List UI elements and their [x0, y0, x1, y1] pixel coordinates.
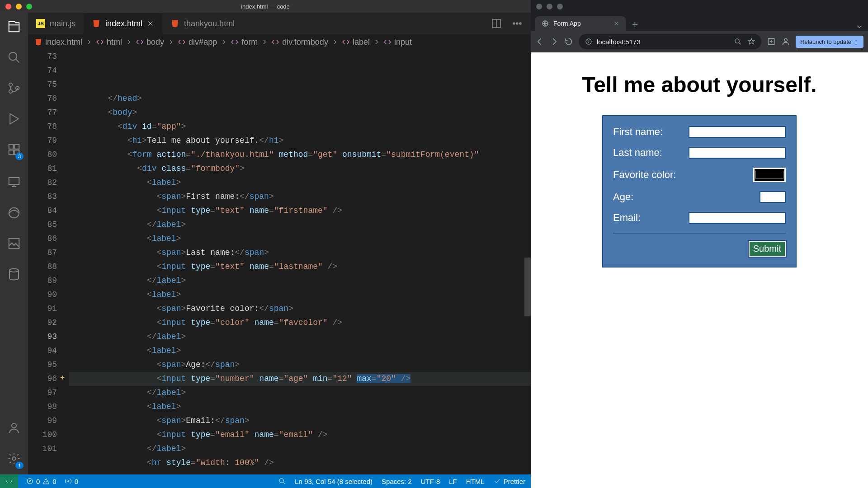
chevron-down-icon[interactable]	[855, 23, 863, 31]
close-window-button[interactable]	[536, 4, 542, 9]
breadcrumb-item[interactable]: div#app	[178, 38, 217, 47]
svg-rect-5	[14, 145, 19, 149]
js-file-icon: JS	[36, 19, 45, 28]
svg-point-2	[9, 90, 13, 94]
svg-point-11	[9, 269, 19, 272]
zoom-icon[interactable]	[734, 38, 741, 45]
divider	[613, 233, 786, 234]
submit-button[interactable]: Submit	[749, 241, 786, 257]
remote-explorer-icon[interactable]	[7, 175, 21, 189]
language-status[interactable]: HTML	[466, 478, 485, 485]
edge-icon[interactable]	[7, 206, 21, 220]
database-icon[interactable]	[7, 267, 21, 281]
image-preview-icon[interactable]	[7, 237, 21, 250]
breadcrumb-item[interactable]: body	[136, 38, 164, 47]
code-editor[interactable]: 7374757677787980818283848586878889909192…	[28, 50, 531, 474]
maximize-window-button[interactable]	[557, 4, 563, 9]
account-icon[interactable]	[7, 421, 21, 435]
firstname-input[interactable]	[689, 126, 786, 138]
search-icon[interactable]	[7, 51, 21, 64]
page-title: Tell me about yourself.	[582, 72, 816, 97]
editor-tab[interactable]: JSmain.js	[28, 13, 84, 34]
info-icon[interactable]	[585, 38, 592, 45]
settings-button[interactable]: 1	[7, 452, 21, 467]
address-bar[interactable]: localhost:5173	[579, 34, 761, 49]
code-content[interactable]: </head> <body> <div id="app"> <h1>Tell m…	[69, 50, 531, 474]
browser-tabs: Form App +	[531, 13, 868, 31]
favcolor-input[interactable]	[753, 168, 786, 182]
error-icon	[26, 478, 33, 485]
vscode-window: index.html — code 3	[0, 0, 531, 488]
breadcrumb-item[interactable]: form	[231, 38, 258, 47]
svg-point-16	[516, 23, 518, 24]
favcolor-field: Favorite color:	[613, 168, 786, 182]
problems-button[interactable]: 0 0	[26, 478, 57, 485]
html-file-icon	[34, 38, 42, 46]
more-icon[interactable]	[512, 18, 523, 29]
zoom-icon[interactable]	[278, 478, 286, 485]
breadcrumb-item[interactable]: index.html	[34, 38, 82, 47]
svg-point-9	[9, 208, 19, 218]
chevron-right-icon	[168, 39, 174, 45]
forward-icon[interactable]	[550, 37, 559, 46]
ports-button[interactable]: 0	[65, 478, 78, 485]
age-label: Age:	[613, 191, 633, 203]
relaunch-button[interactable]: Relaunch to update ⋮	[796, 36, 863, 48]
reload-icon[interactable]	[564, 37, 573, 46]
settings-badge: 1	[15, 462, 24, 469]
age-field: Age:	[613, 191, 786, 203]
svg-point-12	[12, 423, 16, 428]
breadcrumb-item[interactable]: input	[383, 38, 412, 47]
encoding-status[interactable]: UTF-8	[421, 478, 440, 485]
tab-title: Form App	[553, 20, 581, 27]
remote-button[interactable]	[0, 474, 18, 488]
extensions-button[interactable]: 3	[7, 143, 21, 158]
lastname-input[interactable]	[689, 147, 786, 159]
browser-tab[interactable]: Form App	[535, 16, 626, 31]
tab-label: index.html	[105, 19, 142, 28]
age-input[interactable]	[760, 191, 786, 203]
cursor-position[interactable]: Ln 93, Col 54 (8 selected)	[295, 478, 373, 485]
install-icon[interactable]	[767, 37, 776, 46]
tag-icon	[136, 38, 144, 46]
breadcrumb-item[interactable]: div.formbody	[271, 38, 328, 47]
breadcrumb[interactable]: index.htmlhtmlbodydiv#appformdiv.formbod…	[28, 34, 531, 50]
indent-status[interactable]: Spaces: 2	[382, 478, 412, 485]
split-editor-icon[interactable]	[491, 18, 502, 29]
eol-status[interactable]: LF	[449, 478, 457, 485]
lastname-label: Last name:	[613, 147, 662, 159]
new-tab-button[interactable]: +	[632, 19, 638, 31]
html-file-icon	[92, 19, 101, 28]
close-tab-icon[interactable]	[147, 20, 154, 27]
breadcrumb-item[interactable]: label	[342, 38, 370, 47]
svg-point-17	[519, 23, 521, 24]
extensions-badge: 3	[15, 153, 24, 160]
svg-point-1	[9, 83, 13, 87]
svg-point-20	[279, 479, 283, 483]
about-form: First name: Last name: Favorite color: A…	[602, 115, 797, 267]
profile-icon[interactable]	[781, 37, 790, 46]
back-icon[interactable]	[535, 37, 544, 46]
antenna-icon	[65, 478, 72, 485]
editor-tab[interactable]: thankyou.html	[162, 13, 243, 34]
tag-icon	[383, 38, 392, 46]
breadcrumb-item[interactable]: html	[96, 38, 122, 47]
formatter-status[interactable]: Prettier	[494, 478, 525, 485]
close-tab-icon[interactable]	[613, 20, 619, 27]
tag-icon	[271, 38, 279, 46]
svg-point-23	[735, 39, 739, 43]
editor-tab[interactable]: index.html	[84, 13, 162, 34]
kebab-icon: ⋮	[853, 38, 859, 45]
debug-icon[interactable]	[7, 112, 21, 126]
email-input[interactable]	[689, 212, 786, 224]
bookmark-icon[interactable]	[748, 38, 755, 45]
browser-window: Form App + localhost:5173 Relaunch to up…	[531, 0, 868, 488]
chevron-right-icon	[126, 39, 132, 45]
remote-icon	[5, 478, 13, 485]
svg-point-0	[9, 52, 17, 61]
svg-point-13	[12, 457, 16, 460]
chevron-right-icon	[261, 39, 268, 45]
scm-icon[interactable]	[7, 81, 21, 95]
minimize-window-button[interactable]	[547, 4, 552, 9]
explorer-icon[interactable]	[7, 20, 21, 33]
